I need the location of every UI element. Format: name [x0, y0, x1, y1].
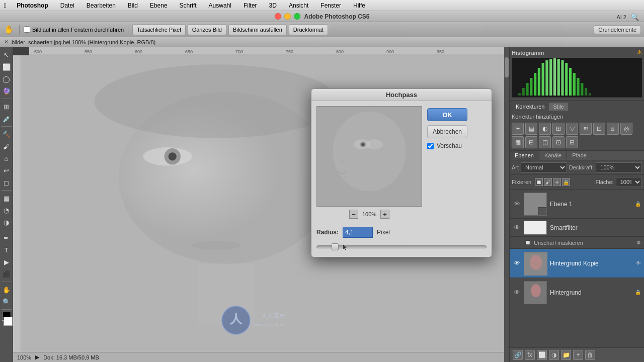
canvas-scrollbar[interactable]	[504, 47, 509, 362]
lock-transparent[interactable]: 🔲	[535, 178, 543, 186]
new-layer-btn[interactable]: +	[573, 350, 583, 360]
apple-menu[interactable]: 	[4, 2, 7, 10]
background-color[interactable]	[4, 317, 13, 326]
bildlauf-checkbox-label[interactable]: Bildlauf in allen Fenstern durchführen	[24, 26, 124, 33]
lasso-tool[interactable]: ◯	[1, 73, 12, 84]
link-layers-btn[interactable]: 🔗	[513, 350, 523, 360]
text-tool[interactable]: T	[1, 244, 12, 255]
dodge-tool[interactable]: ◑	[1, 217, 12, 228]
brush-tool[interactable]: 🖌	[1, 141, 12, 152]
korr-channelmixer[interactable]: ▦	[512, 136, 524, 148]
delete-layer-btn[interactable]: 🗑	[585, 350, 595, 360]
menu-filter[interactable]: Filter	[242, 1, 259, 10]
korr-photofilter[interactable]: ◎	[620, 123, 632, 135]
eye-right-hgkopie[interactable]: 👁	[636, 260, 641, 266]
layer-hintergrund[interactable]: 👁 Hintergrund 🔒	[510, 278, 644, 307]
ok-button[interactable]: OK	[427, 108, 467, 121]
korrekturen-tab[interactable]: Korrekturen	[512, 103, 548, 111]
korr-hsl[interactable]: ≋	[580, 123, 592, 135]
pen-tool[interactable]: ✒	[1, 232, 12, 243]
menu-auswahl[interactable]: Auswahl	[207, 1, 233, 10]
korr-levels[interactable]: ▤	[525, 123, 537, 135]
korr-curves[interactable]: ◐	[539, 123, 551, 135]
menu-ebene[interactable]: Ebene	[148, 1, 170, 10]
scroll-thumb[interactable]	[505, 57, 509, 77]
layer-smartfilter[interactable]: 👁 Smartfilter	[510, 219, 644, 237]
hand-tool[interactable]: ✋	[3, 24, 15, 35]
korr-colorlookup[interactable]: ⊟	[525, 136, 537, 148]
history-brush[interactable]: ↩	[1, 165, 12, 176]
workspace-label[interactable]: Grundelemente	[594, 25, 641, 34]
maximize-button[interactable]	[294, 13, 300, 20]
healing-tool[interactable]: 🔨	[1, 129, 12, 140]
blur-tool[interactable]: ◔	[1, 205, 12, 216]
gradient-tool[interactable]: ▦	[1, 193, 12, 204]
layer-ebene1[interactable]: 👁 Ebene 1 🔒	[510, 190, 644, 219]
lock-move[interactable]: ✛	[553, 178, 561, 186]
menu-photoshop[interactable]: Photoshop	[15, 1, 50, 10]
korr-colorbalance[interactable]: ⊡	[593, 123, 605, 135]
korr-posterize[interactable]: ⊡	[552, 136, 565, 148]
korr-threshold[interactable]: ⊟	[566, 136, 578, 148]
tatsaechliche-pixel-btn[interactable]: Tatsächliche Pixel	[132, 24, 185, 35]
eye-icon-ebene1[interactable]: 👁	[513, 200, 521, 208]
korr-exposure[interactable]: ⊞	[552, 123, 565, 135]
ganzes-bild-btn[interactable]: Ganzes Bild	[188, 24, 226, 35]
korr-brightness[interactable]: ☀	[512, 123, 524, 135]
eyedropper-tool[interactable]: 💉	[1, 113, 12, 124]
clone-tool[interactable]: ⌂	[1, 153, 12, 164]
adjustment-btn[interactable]: ◑	[549, 350, 559, 360]
hand-tool-box[interactable]: ✋	[1, 284, 12, 295]
menu-ansicht[interactable]: Ansicht	[287, 1, 310, 10]
doc-close-icon[interactable]: ✕	[4, 39, 9, 45]
menu-fenster[interactable]: Fenster	[318, 1, 343, 10]
move-tool[interactable]: ↖	[1, 49, 12, 60]
eye-icon-hintergrund[interactable]: 👁	[513, 289, 521, 297]
flaeche-select[interactable]: 100%	[616, 177, 642, 187]
path-select-tool[interactable]: ▶	[1, 256, 12, 267]
dialog-preview[interactable]	[316, 106, 422, 207]
preview-checkbox[interactable]	[427, 143, 434, 149]
korr-vibrance[interactable]: ▽	[566, 123, 578, 135]
opacity-select[interactable]: 100%	[596, 162, 642, 172]
korr-bw[interactable]: ⧈	[607, 123, 619, 135]
bildschirm-ausfuellen-btn[interactable]: Bildschirm ausfüllen	[228, 24, 287, 35]
workspace-selector[interactable]: Grundelemente	[594, 25, 641, 34]
cancel-button[interactable]: Abbrechen	[427, 125, 467, 138]
layer-hintergrund-kopie[interactable]: 👁 Hintergrund Kopie 👁	[510, 249, 644, 278]
hochpass-dialog[interactable]: Hochpass	[311, 88, 492, 257]
unscharf-options-icon[interactable]: ⚙	[636, 240, 641, 245]
druckformat-btn[interactable]: Druckformat	[289, 24, 328, 35]
lock-image[interactable]: 🖌	[544, 178, 552, 186]
eye-icon-smartfilter[interactable]: 👁	[513, 224, 521, 232]
bildlauf-checkbox[interactable]	[24, 26, 30, 33]
radius-input[interactable]	[343, 227, 373, 238]
zoom-tool[interactable]: 🔍	[1, 296, 12, 307]
close-button[interactable]	[275, 13, 281, 20]
eraser-tool[interactable]: ◻	[1, 177, 12, 188]
crop-tool[interactable]: ⊞	[1, 101, 12, 112]
eye-icon-hgkopie[interactable]: 👁	[513, 259, 521, 267]
lock-all[interactable]: 🔒	[562, 178, 570, 186]
radius-slider-thumb[interactable]	[332, 243, 339, 250]
menu-hilfe[interactable]: Hilfe	[351, 1, 367, 10]
tab-pfade[interactable]: Pfade	[567, 151, 592, 160]
layer-unscharf[interactable]: 🔲 Unscharf maskieren ⚙	[510, 237, 644, 249]
zoom-out-btn[interactable]: −	[349, 210, 358, 219]
quick-select-tool[interactable]: 🔮	[1, 85, 12, 97]
mode-select[interactable]: Normal	[521, 162, 567, 172]
menu-schrift[interactable]: Schrift	[178, 1, 199, 10]
folder-btn[interactable]: 📁	[561, 350, 571, 360]
stile-tab[interactable]: Stile	[549, 103, 568, 111]
menu-3d[interactable]: 3D	[267, 1, 279, 10]
layer-style-btn[interactable]: fx	[525, 350, 535, 360]
minimize-button[interactable]	[284, 13, 291, 20]
selection-tool[interactable]: ⬜	[1, 61, 12, 72]
tab-ebenen[interactable]: Ebenen	[510, 151, 539, 160]
korr-invert[interactable]: ◫	[539, 136, 551, 148]
menu-datei[interactable]: Datei	[58, 1, 76, 10]
search-icon[interactable]: 🔍	[630, 13, 639, 21]
shape-tool[interactable]: ⬛	[1, 268, 12, 280]
add-mask-btn[interactable]: ⬜	[537, 350, 547, 360]
zoom-in-btn[interactable]: +	[380, 210, 389, 219]
